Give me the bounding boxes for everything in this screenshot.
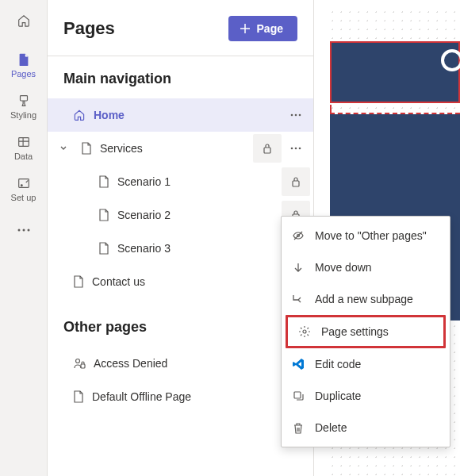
data-icon xyxy=(17,135,31,149)
menu-move-to-other[interactable]: Move to "Other pages" xyxy=(282,220,450,251)
tree-row-contact: Contact us xyxy=(48,265,313,298)
eye-off-icon xyxy=(292,229,305,242)
tree-label-text: Home xyxy=(94,109,125,121)
chevron-down-icon xyxy=(59,144,67,152)
page-icon xyxy=(73,390,84,403)
tree-label-text: Contact us xyxy=(92,275,145,288)
svg-point-17 xyxy=(76,359,80,363)
svg-rect-1 xyxy=(18,138,29,147)
home-icon xyxy=(73,109,86,121)
tree-item-offline[interactable]: Default Offline Page xyxy=(48,380,310,413)
other-tree: Access Denied Default Offline Page xyxy=(48,347,313,420)
rail-label: Data xyxy=(14,152,33,161)
menu-move-down[interactable]: Move down xyxy=(282,251,450,283)
plus-icon xyxy=(240,23,251,34)
rail-home-button[interactable] xyxy=(8,6,40,35)
svg-point-13 xyxy=(299,148,301,150)
more-button[interactable] xyxy=(282,134,310,163)
tree-label-text: Default Offline Page xyxy=(92,390,191,403)
add-page-label: Page xyxy=(257,22,283,35)
tree-item-scenario3[interactable]: Scenario 3 xyxy=(48,232,282,265)
tree-item-services[interactable]: Services xyxy=(48,132,253,165)
preview-dash xyxy=(330,105,460,114)
tree-label-text: Scenario 1 xyxy=(117,175,171,188)
page-icon xyxy=(98,209,109,221)
section-main-nav: Main navigation xyxy=(48,56,313,98)
menu-label: Delete xyxy=(315,421,347,434)
menu-duplicate[interactable]: Duplicate xyxy=(282,380,450,412)
tree-item-scenario2[interactable]: Scenario 2 xyxy=(48,198,282,232)
add-page-button[interactable]: Page xyxy=(228,16,297,41)
rail-item-setup[interactable]: Set up xyxy=(3,168,44,209)
arrow-down-icon xyxy=(293,262,304,273)
menu-add-subpage[interactable]: Add a new subpage xyxy=(282,283,450,315)
tree-item-contact[interactable]: Contact us xyxy=(48,265,310,298)
lock-button[interactable] xyxy=(282,167,310,196)
page-icon xyxy=(81,142,92,155)
expand-toggle[interactable] xyxy=(54,144,73,152)
svg-point-6 xyxy=(27,229,29,232)
svg-point-20 xyxy=(303,330,306,333)
svg-rect-14 xyxy=(293,181,299,186)
rail-item-data[interactable]: Data xyxy=(3,127,44,168)
svg-rect-0 xyxy=(20,96,27,101)
page-icon xyxy=(98,242,109,255)
tree-row-scenario2: Scenario 2 xyxy=(48,198,313,232)
more-icon xyxy=(290,113,301,117)
rail-label: Styling xyxy=(10,110,36,120)
menu-label: Edit code xyxy=(315,358,361,370)
svg-point-5 xyxy=(22,229,25,232)
home-icon xyxy=(17,13,31,28)
panel-title: Pages xyxy=(63,18,115,39)
menu-delete[interactable]: Delete xyxy=(282,412,450,443)
menu-page-settings[interactable]: Page settings xyxy=(286,315,446,348)
app-root: Pages Styling Data Set up Pages Page Mai… xyxy=(0,0,460,476)
rail-item-pages[interactable]: Pages xyxy=(3,44,44,86)
duplicate-icon xyxy=(293,390,305,402)
tree-row-services: Services xyxy=(48,132,313,165)
lock-icon xyxy=(263,143,272,154)
menu-label: Move to "Other pages" xyxy=(315,229,427,242)
svg-rect-18 xyxy=(81,364,85,368)
preview-hero[interactable] xyxy=(330,41,460,103)
tree-row-home: Home xyxy=(48,98,313,132)
tree-label-text: Scenario 2 xyxy=(117,209,171,221)
tree-item-home[interactable]: Home xyxy=(48,98,282,132)
trash-icon xyxy=(293,422,304,434)
svg-rect-10 xyxy=(264,148,270,153)
tree-item-access-denied[interactable]: Access Denied xyxy=(48,347,310,380)
preview-circle xyxy=(441,49,460,71)
page-icon xyxy=(73,275,84,288)
tree-item-scenario1[interactable]: Scenario 1 xyxy=(48,165,282,198)
brush-icon xyxy=(17,94,31,108)
setup-icon xyxy=(17,176,31,190)
menu-label: Duplicate xyxy=(315,390,361,402)
svg-rect-2 xyxy=(18,179,29,188)
tree-row-access-denied: Access Denied xyxy=(48,347,313,380)
gear-icon xyxy=(298,325,311,338)
rail-item-styling[interactable]: Styling xyxy=(3,86,44,127)
svg-point-12 xyxy=(295,148,297,150)
person-lock-icon xyxy=(73,357,86,370)
menu-label: Move down xyxy=(315,261,372,274)
lock-icon xyxy=(291,176,301,187)
vscode-icon xyxy=(292,358,305,370)
rail-item-more[interactable] xyxy=(3,209,44,251)
more-button[interactable] xyxy=(282,101,310,129)
page-icon xyxy=(98,175,109,188)
svg-rect-21 xyxy=(294,392,301,398)
svg-point-4 xyxy=(17,229,20,232)
section-other-pages: Other pages xyxy=(48,305,313,347)
tree-row-scenario3: Scenario 3 xyxy=(48,232,313,265)
rail-label: Pages xyxy=(11,69,36,79)
svg-point-3 xyxy=(21,185,22,186)
nav-rail: Pages Styling Data Set up xyxy=(0,0,48,476)
menu-edit-code[interactable]: Edit code xyxy=(282,348,450,380)
tree-label-text: Services xyxy=(100,142,143,155)
lock-button[interactable] xyxy=(253,134,282,163)
svg-point-11 xyxy=(291,148,293,150)
rail-label: Set up xyxy=(11,193,36,202)
svg-point-7 xyxy=(291,114,293,117)
svg-point-9 xyxy=(299,114,301,117)
context-menu: Move to "Other pages" Move down Add a ne… xyxy=(281,216,450,447)
